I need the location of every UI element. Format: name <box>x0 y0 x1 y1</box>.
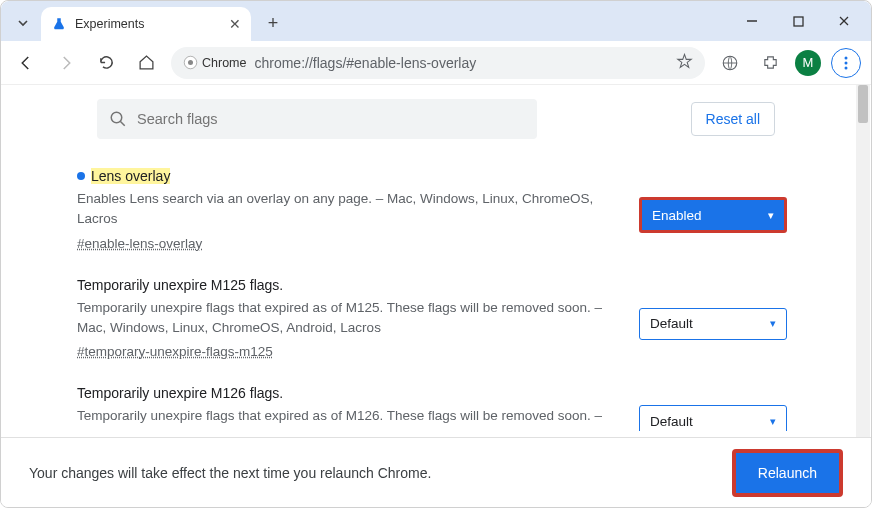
flag-state-dropdown[interactable]: Enabled ▾ <box>639 197 787 233</box>
tab-search-dropdown[interactable] <box>9 9 37 37</box>
browser-tab[interactable]: Experiments ✕ <box>41 7 251 41</box>
flask-icon <box>51 16 67 32</box>
svg-point-5 <box>188 60 193 65</box>
scrollbar-thumb[interactable] <box>858 85 868 123</box>
flag-title: Lens overlay <box>91 168 170 184</box>
reset-all-button[interactable]: Reset all <box>691 102 775 136</box>
search-placeholder: Search flags <box>137 111 218 127</box>
forward-button[interactable] <box>51 48 81 78</box>
relaunch-bar: Your changes will take effect the next t… <box>1 437 871 507</box>
url-scheme-label: Chrome <box>202 56 246 70</box>
flag-state-dropdown[interactable]: Default ▾ <box>639 308 787 340</box>
window-controls <box>731 7 865 35</box>
flag-description: Temporarily unexpire flags that expired … <box>77 406 615 431</box>
relaunch-button[interactable]: Relaunch <box>732 449 843 497</box>
home-button[interactable] <box>131 48 161 78</box>
chevron-down-icon: ▾ <box>770 317 776 330</box>
profile-avatar[interactable]: M <box>795 50 821 76</box>
new-tab-button[interactable]: + <box>259 9 287 37</box>
svg-point-8 <box>845 61 848 64</box>
flag-state-dropdown[interactable]: Default ▾ <box>639 405 787 431</box>
flag-item: Temporarily unexpire M125 flags. Tempora… <box>61 262 811 371</box>
flag-item: Temporarily unexpire M126 flags. Tempora… <box>61 370 811 431</box>
url-text: chrome://flags/#enable-lens-overlay <box>254 55 476 71</box>
flag-hash-link[interactable]: #temporary-unexpire-flags-m125 <box>77 344 273 359</box>
maximize-button[interactable] <box>777 7 819 35</box>
flag-hash-link[interactable]: #enable-lens-overlay <box>77 236 202 251</box>
svg-rect-1 <box>794 17 803 26</box>
close-window-button[interactable] <box>823 7 865 35</box>
menu-button[interactable] <box>831 48 861 78</box>
flag-description: Enables Lens search via an overlay on an… <box>77 189 615 230</box>
window-titlebar: Experiments ✕ + <box>1 1 871 41</box>
flags-header: Search flags Reset all <box>1 85 871 153</box>
address-bar[interactable]: Chrome chrome://flags/#enable-lens-overl… <box>171 47 705 79</box>
flag-description: Temporarily unexpire flags that expired … <box>77 298 615 339</box>
extensions-icon[interactable] <box>755 48 785 78</box>
modified-dot-icon <box>77 172 85 180</box>
scrollbar[interactable] <box>856 85 870 437</box>
svg-point-9 <box>845 66 848 69</box>
svg-point-10 <box>111 112 122 123</box>
search-input[interactable]: Search flags <box>97 99 537 139</box>
reload-button[interactable] <box>91 48 121 78</box>
back-button[interactable] <box>11 48 41 78</box>
flag-title: Temporarily unexpire M125 flags. <box>77 277 283 293</box>
close-icon[interactable]: ✕ <box>229 16 241 32</box>
svg-point-7 <box>845 56 848 59</box>
browser-toolbar: Chrome chrome://flags/#enable-lens-overl… <box>1 41 871 85</box>
minimize-button[interactable] <box>731 7 773 35</box>
tab-title: Experiments <box>75 17 221 31</box>
flag-title: Temporarily unexpire M126 flags. <box>77 385 283 401</box>
bookmark-star-icon[interactable] <box>676 53 693 73</box>
flags-list: Lens overlay Enables Lens search via an … <box>1 153 871 431</box>
chevron-down-icon: ▾ <box>768 209 774 222</box>
chrome-icon: Chrome <box>183 55 246 70</box>
search-icon <box>109 110 127 128</box>
svg-line-11 <box>120 121 125 126</box>
globe-icon[interactable] <box>715 48 745 78</box>
chevron-down-icon: ▾ <box>770 415 776 428</box>
relaunch-message: Your changes will take effect the next t… <box>29 465 431 481</box>
flag-item: Lens overlay Enables Lens search via an … <box>61 153 811 262</box>
